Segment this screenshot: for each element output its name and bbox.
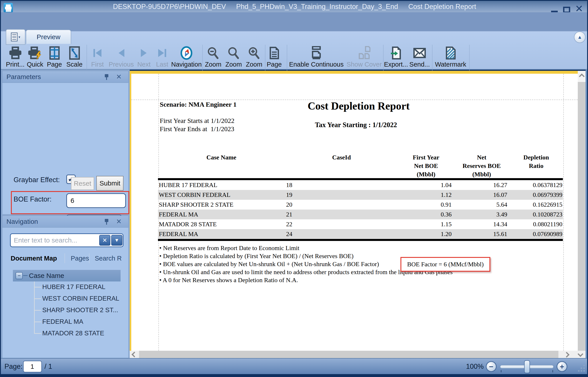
page-number-input[interactable]	[23, 361, 42, 372]
chevron-up-icon	[579, 73, 584, 79]
table-top-rule	[158, 178, 563, 180]
continuous-pages-icon	[311, 45, 322, 61]
pin-icon[interactable]	[104, 74, 110, 80]
send-button[interactable]: Send...	[408, 45, 431, 71]
report-title: Cost Depletion Report	[267, 100, 450, 112]
tree-connector	[34, 287, 41, 287]
report-scenario: Scenario: NMA Engineer 1	[160, 101, 237, 108]
chevron-down-icon: ▾	[18, 35, 20, 39]
tree-item[interactable]: MATADOR 28 STATE	[42, 327, 104, 339]
reset-button[interactable]: Reset	[71, 177, 94, 190]
tree-root-case-name[interactable]: − Case Name	[13, 270, 121, 282]
printer-icon	[9, 45, 22, 61]
zoom-slider-handle[interactable]	[524, 360, 530, 373]
export-document-icon	[390, 45, 402, 61]
tree-connector	[34, 298, 41, 299]
tree-item[interactable]: WEST CORBIN FEDERAL	[42, 293, 119, 304]
col-header-first-year-net-boe: First Year Net BOE (Mbbl)	[398, 153, 454, 179]
report-first-year-starts: First Year Starts at 1/1/2022	[160, 117, 235, 124]
minimize-button[interactable]	[551, 11, 558, 12]
maximize-button[interactable]	[563, 7, 570, 13]
tree-connector	[34, 310, 41, 311]
table-row: WEST CORBIN FEDERAL19 1.1216.07 0.069793…	[158, 190, 563, 200]
close-panel-icon[interactable]: ✕	[116, 73, 122, 81]
minus-icon: −	[18, 272, 21, 279]
compass-icon	[180, 45, 193, 61]
boe-note-highlight-box: BOE Factor = 6 (MMcf/Mbbl)	[400, 257, 490, 272]
resize-grip[interactable]	[578, 370, 579, 372]
chevron-down-icon[interactable]	[577, 351, 583, 357]
search-clear-button[interactable]: ✕	[99, 235, 110, 246]
page-setup-button[interactable]: Page	[45, 45, 64, 71]
scale-button[interactable]: Scale	[64, 45, 85, 71]
export-button[interactable]: Export...	[384, 45, 408, 71]
resize-grip	[583, 365, 585, 366]
zoom-icon	[227, 45, 240, 61]
chevron-right-icon[interactable]	[564, 352, 569, 357]
table-row: HUBER 17 FEDERAL18 1.0416.27 0.06378129	[158, 180, 563, 190]
tree-item[interactable]: SHARP SHOOTER 2 ST...	[42, 304, 118, 316]
collapse-ribbon-button[interactable]: ▲	[574, 31, 586, 43]
page-total: / 1	[45, 363, 52, 371]
collapse-expander-icon[interactable]: −	[16, 272, 23, 279]
col-header-depletion-ratio: Depletion Ratio	[509, 153, 563, 179]
title-project: Phd_5_PHDwin_V3_Training_Instructor_Day_…	[236, 3, 398, 12]
envelope-icon	[413, 45, 426, 61]
tree-item[interactable]: HUBER 17 FEDERAL	[42, 281, 105, 293]
report-list-icon	[11, 33, 18, 41]
enable-continuous-button[interactable]: Enable Continuous	[287, 45, 345, 71]
zoom-out-slider-button[interactable]: −	[486, 361, 497, 372]
submit-button[interactable]: Submit	[96, 176, 124, 191]
col-header-case-name: Case Name	[158, 153, 285, 179]
tree-root-label: Case Name	[29, 272, 64, 280]
close-panel-icon[interactable]: ✕	[116, 218, 122, 225]
zoom-out-button[interactable]: Zoom	[203, 45, 223, 71]
zoom-in-button[interactable]: Zoom	[244, 45, 264, 71]
zoom-in-slider-button[interactable]: +	[557, 361, 567, 372]
navigation-pane-button[interactable]: Navigation	[171, 45, 202, 71]
vertical-scrollbar[interactable]	[578, 71, 586, 351]
show-cover-button[interactable]: Show Cover	[345, 45, 383, 71]
search-options-button[interactable]: ▼	[111, 235, 122, 246]
watermark-button[interactable]: Watermark	[433, 45, 469, 71]
scroll-up-button[interactable]	[578, 71, 586, 82]
scroll-left-button[interactable]	[130, 351, 139, 358]
slider-tick	[501, 370, 501, 372]
table-row: SHARP SHOOTER 2 STATE20 0.915.64 0.16226…	[158, 200, 563, 210]
close-button[interactable]: ✕	[575, 4, 583, 13]
note-line: • A 0 for Net Reserves shows a Depletion…	[159, 276, 452, 284]
search-input[interactable]	[13, 235, 97, 246]
tree-item[interactable]: FEDERAL MA	[42, 316, 83, 327]
horizontal-scrollbar[interactable]	[130, 351, 578, 358]
page-view-button[interactable]: Page	[265, 45, 283, 71]
graybar-effect-label: Graybar Effect:	[13, 176, 60, 184]
resize-grip	[581, 367, 582, 369]
page-label: Page:	[4, 363, 23, 371]
navigation-title: Navigation	[6, 218, 38, 225]
quick-printer-icon	[28, 45, 43, 61]
print-button[interactable]: Print...	[5, 45, 26, 71]
zoom-button[interactable]: Zoom	[223, 45, 244, 71]
minus-icon: −	[489, 362, 493, 371]
report-table-header: Case Name CaseId First Year Net BOE (Mbb…	[158, 153, 563, 179]
app-menu-button[interactable]: ▾	[6, 29, 25, 45]
first-page-button[interactable]: First	[87, 45, 108, 71]
zoom-in-icon	[248, 45, 260, 61]
margin-guide	[563, 74, 564, 351]
title-report: Cost Depletion Report	[408, 3, 476, 12]
parameters-title: Parameters	[6, 73, 41, 81]
pin-icon[interactable]	[104, 218, 110, 225]
table-row: MATADOR 28 STATE22 1.1514.34 0.08021190	[158, 219, 563, 229]
tab-pages[interactable]: Pages	[71, 252, 89, 265]
quick-print-button[interactable]: Quick	[26, 45, 45, 71]
last-page-button[interactable]: Last	[154, 45, 171, 71]
next-page-button[interactable]: Next	[134, 45, 154, 71]
tab-search-results[interactable]: Search R	[95, 252, 124, 265]
tab-document-map[interactable]: Document Map	[11, 252, 57, 265]
tab-preview[interactable]: Preview	[26, 30, 71, 44]
page-top-edge	[130, 71, 578, 74]
tree-connector	[34, 322, 41, 322]
app-window: DESKTOP-9U5D7P6\PHDWIN_DEV Phd_5_PHDwin_…	[0, 0, 588, 377]
boe-factor-input[interactable]	[66, 193, 126, 208]
previous-page-button[interactable]: Previous	[108, 45, 134, 71]
